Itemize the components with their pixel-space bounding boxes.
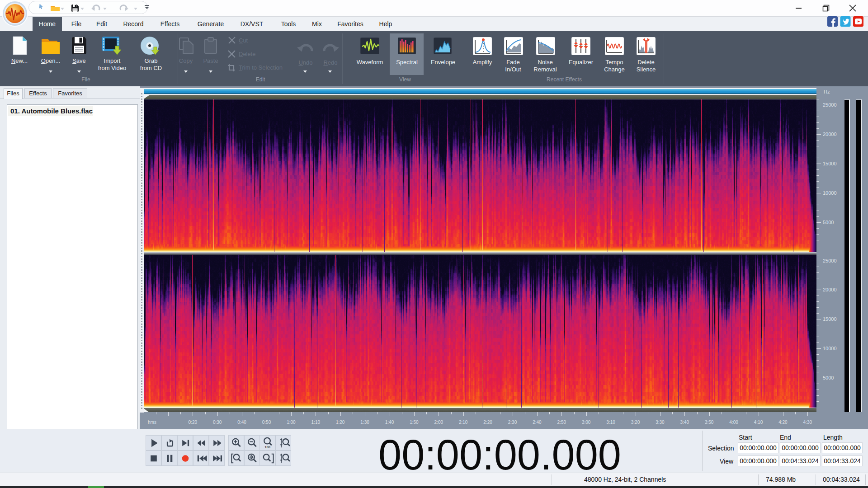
svg-text:100: 100	[265, 445, 271, 449]
